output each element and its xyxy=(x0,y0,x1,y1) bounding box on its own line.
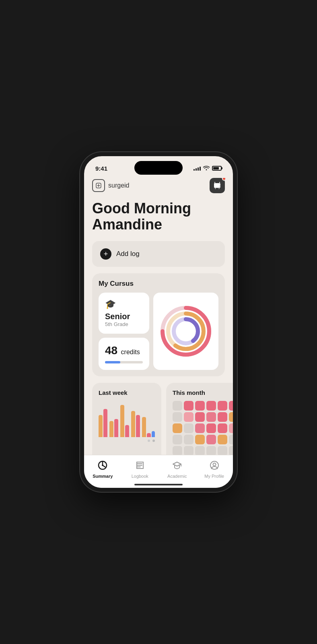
cal-cell xyxy=(229,423,233,433)
cal-cell xyxy=(218,412,227,422)
cal-cell xyxy=(229,446,233,455)
last-week-card[interactable]: Last week xyxy=(92,383,161,455)
month-calendar xyxy=(173,401,233,455)
cal-cell xyxy=(229,412,233,422)
status-time: 9:41 xyxy=(95,165,107,172)
cal-cell xyxy=(195,412,205,422)
cal-cell xyxy=(206,435,216,444)
tab-summary[interactable]: Summary xyxy=(84,460,121,479)
cal-cell xyxy=(184,401,193,411)
cal-cell xyxy=(206,412,216,422)
greeting: Good Morning Amandine xyxy=(92,200,225,232)
credits-card[interactable]: 48 credits xyxy=(99,338,149,370)
main-content: surgeid Good Morning Amandine xyxy=(84,178,233,455)
notification-badge xyxy=(222,178,226,181)
cal-cell xyxy=(218,435,227,444)
svg-point-11 xyxy=(213,463,216,466)
stats-row: Last week xyxy=(92,383,225,455)
cal-cell xyxy=(184,435,193,444)
cursus-grid: 🎓 Senior 5th Grade xyxy=(99,293,218,370)
cal-cell xyxy=(218,446,227,455)
surgeid-icon xyxy=(92,179,105,192)
add-icon: + xyxy=(100,248,111,260)
grade-subtitle: 5th Grade xyxy=(105,321,143,327)
cursus-title: My Cursus xyxy=(99,280,218,288)
cal-cell xyxy=(184,446,193,455)
cal-cell xyxy=(206,423,216,433)
tab-profile[interactable]: My Profile xyxy=(196,460,233,479)
cal-cell xyxy=(218,423,227,433)
cal-cell xyxy=(206,401,216,411)
svg-point-9 xyxy=(102,464,103,466)
logo-text: surgeid xyxy=(108,182,129,189)
cal-cell xyxy=(229,401,233,411)
academic-icon xyxy=(172,460,182,472)
cal-cell xyxy=(173,446,182,455)
grade-title: Senior xyxy=(105,312,143,321)
tab-academic[interactable]: Academic xyxy=(158,460,196,479)
cal-cell xyxy=(218,401,227,411)
cal-cell xyxy=(173,401,182,411)
cal-cell xyxy=(184,423,193,433)
status-icons xyxy=(193,165,222,171)
profile-icon xyxy=(209,460,220,472)
this-month-title: This month xyxy=(173,389,233,396)
ring-chart-card[interactable] xyxy=(153,293,218,370)
cursus-section: My Cursus 🎓 Senior 5th Grade xyxy=(92,273,225,376)
logo-area: surgeid xyxy=(92,179,129,192)
summary-icon xyxy=(97,460,108,472)
logbook-icon xyxy=(135,460,145,472)
add-log-button[interactable]: + Add log xyxy=(92,241,225,267)
cal-cell xyxy=(229,435,233,444)
add-log-label: Add log xyxy=(116,250,140,258)
cal-cell xyxy=(173,412,182,422)
cal-cell xyxy=(173,423,182,433)
dynamic-island xyxy=(134,161,183,175)
graduation-icon: 🎓 xyxy=(105,299,143,310)
home-indicator xyxy=(134,484,183,485)
tab-bar: Summary Logbook Academic xyxy=(84,455,233,488)
activity-rings xyxy=(160,305,212,357)
credits-bar-background xyxy=(105,361,143,363)
profile-label: My Profile xyxy=(204,474,224,479)
app-header: surgeid xyxy=(92,178,225,193)
logbook-label: Logbook xyxy=(132,474,148,479)
cal-cell xyxy=(195,401,205,411)
cal-cell xyxy=(195,423,205,433)
tab-logbook[interactable]: Logbook xyxy=(121,460,159,479)
academic-label: Academic xyxy=(167,474,187,479)
credits-label: credits xyxy=(121,349,140,355)
cal-cell xyxy=(195,446,205,455)
last-week-title: Last week xyxy=(99,389,155,396)
credits-bar-fill xyxy=(105,361,120,363)
this-month-card[interactable]: This month xyxy=(166,383,233,455)
grade-card[interactable]: 🎓 Senior 5th Grade xyxy=(99,293,149,334)
battery-icon xyxy=(212,166,222,171)
signal-icon xyxy=(193,166,201,171)
cal-cell xyxy=(173,435,182,444)
cal-cell xyxy=(184,412,193,422)
cal-cell xyxy=(206,446,216,455)
notification-button[interactable] xyxy=(210,178,225,193)
wifi-icon xyxy=(203,165,210,171)
credits-number: 48 xyxy=(105,344,117,357)
cal-cell xyxy=(195,435,205,444)
credits-display: 48 credits xyxy=(105,344,143,357)
phone-frame: 9:41 xyxy=(80,152,237,492)
last-week-chart xyxy=(99,401,155,437)
summary-label: Summary xyxy=(93,474,113,479)
